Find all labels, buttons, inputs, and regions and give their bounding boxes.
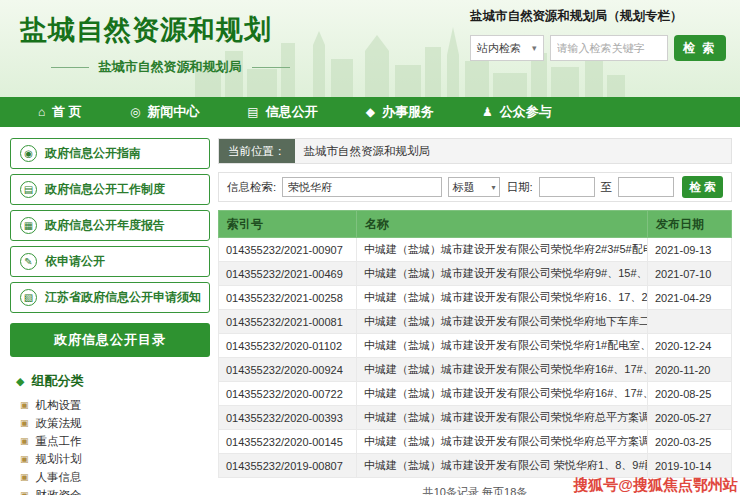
sidebar-button-apply-disclosure[interactable]: ✎ 依申请公开 — [10, 246, 210, 277]
work-system-icon: ▤ — [20, 181, 37, 198]
nav-item-info-disclosure[interactable]: ▤ 信息公开 — [223, 97, 341, 127]
sidebar-item-org-setup[interactable]: ▣ 机构设置 — [20, 396, 210, 414]
chevron-down-icon: ▾ — [532, 43, 537, 53]
sidebar-item-finance-label: 财政资金 — [36, 488, 82, 495]
nav-item-participation[interactable]: ♟ 公众参与 — [458, 97, 576, 127]
subtitle-divider-left — [51, 67, 89, 68]
nav-item-services[interactable]: ◆ 办事服务 — [342, 97, 458, 127]
list-bullet-icon: ▣ — [20, 472, 29, 482]
row-index-number: 014355232/2019-00807 — [219, 454, 357, 478]
page: 盐城自然资源和规划 盐城市自然资源和规划局 盐城市自然资源和规划局（规划专栏） … — [0, 0, 740, 495]
service-icon: ◆ — [366, 105, 375, 119]
nav-label-info: 信息公开 — [266, 103, 318, 121]
filter-bar: 信息检索: 标题 ▾ 日期: 至 检 索 — [218, 172, 732, 202]
row-title-link[interactable]: 中城建（盐城）城市建设开发有限公司荣悦华府2#3#5#配电房、4#... — [357, 238, 648, 262]
nav-label-participation: 公众参与 — [500, 103, 552, 121]
table-header-row: 索引号 名称 发布日期 — [219, 211, 732, 238]
filter-search-button[interactable]: 检 索 — [682, 176, 723, 198]
row-title-link[interactable]: 中城建（盐城）城市建设开发有限公司荣悦华府16#、17#、23#、... — [357, 382, 648, 406]
row-publish-date: 2021-09-13 — [648, 238, 732, 262]
row-title-link[interactable]: 中城建（盐城）城市建设开发有限公司 荣悦华府1、8、9#配电房补发... — [357, 454, 648, 478]
row-publish-date: 2019-10-14 — [648, 454, 732, 478]
table-row[interactable]: 014355232/2021-00469 中城建（盐城）城市建设开发有限公司荣悦… — [219, 262, 732, 286]
diamond-icon: ◆ — [16, 375, 24, 388]
sidebar-item-personnel[interactable]: ▣ 人事信息 — [20, 468, 210, 486]
main-nav: ⌂ 首 页 ◎ 新闻中心 ▤ 信息公开 ◆ 办事服务 ♟ 公众参与 — [0, 97, 740, 127]
col-header-index-number: 索引号 — [219, 211, 357, 238]
table-row[interactable]: 014355232/2020-01102 中城建（盐城）城市建设开发有限公司荣悦… — [219, 334, 732, 358]
filter-field-value: 标题 — [453, 180, 475, 195]
filter-keyword-input[interactable] — [282, 177, 442, 197]
sidebar-button-guide[interactable]: ◉ 政府信息公开指南 — [10, 138, 210, 169]
filter-keyword-label: 信息检索: — [227, 180, 276, 195]
row-title-link[interactable]: 中城建（盐城）城市建设开发有限公司荣悦华府地下车库二期工程A区-2... — [357, 310, 648, 334]
row-publish-date: 2020-05-27 — [648, 406, 732, 430]
sidebar-item-key-work[interactable]: ▣ 重点工作 — [20, 432, 210, 450]
row-index-number: 014355232/2020-00924 — [219, 358, 357, 382]
sidebar-directory-button[interactable]: 政府信息公开目录 — [10, 323, 210, 357]
sidebar: ◉ 政府信息公开指南 ▤ 政府信息公开工作制度 ▦ 政府信息公开年度报告 ✎ 依… — [10, 138, 210, 495]
table-row[interactable]: 014355232/2020-00722 中城建（盐城）城市建设开发有限公司荣悦… — [219, 382, 732, 406]
sidebar-item-planning-label: 规划计划 — [36, 452, 82, 467]
search-scope-select[interactable]: 站内检索 ▾ — [470, 35, 544, 61]
row-title-link[interactable]: 中城建（盐城）城市建设开发有限公司荣悦华府总平方案调整 — [357, 430, 648, 454]
filter-date-from-input[interactable] — [539, 177, 595, 197]
search-scope-label: 站内检索 — [477, 41, 521, 56]
site-search-input[interactable] — [550, 35, 668, 61]
filter-date-to-input[interactable] — [618, 177, 674, 197]
row-index-number: 014355232/2021-00907 — [219, 238, 357, 262]
chevron-down-icon: ▾ — [491, 183, 495, 192]
row-index-number: 014355232/2021-00258 — [219, 286, 357, 310]
row-title-link[interactable]: 中城建（盐城）城市建设开发有限公司荣悦华府16#、17#、23#... — [357, 358, 648, 382]
nav-label-services: 办事服务 — [382, 103, 434, 121]
site-search-bar: 站内检索 ▾ 检 索 — [470, 35, 726, 61]
list-bullet-icon: ▣ — [20, 454, 29, 464]
row-title-link[interactable]: 中城建（盐城）城市建设开发有限公司荣悦华府16、17、23、29、... — [357, 286, 648, 310]
nav-item-news[interactable]: ◎ 新闻中心 — [106, 97, 223, 127]
annual-report-icon: ▦ — [20, 217, 37, 234]
site-header: 盐城自然资源和规划 盐城市自然资源和规划局 盐城市自然资源和规划局（规划专栏） … — [0, 0, 740, 97]
sidebar-item-policy-regulation-label: 政策法规 — [36, 416, 82, 431]
breadcrumb-value[interactable]: 盐城市自然资源和规划局 — [295, 144, 431, 159]
row-title-link[interactable]: 中城建（盐城）城市建设开发有限公司荣悦华府9#、15#、19-20... — [357, 262, 648, 286]
row-index-number: 014355232/2020-00393 — [219, 406, 357, 430]
sidebar-item-planning[interactable]: ▣ 规划计划 — [20, 450, 210, 468]
sidebar-category-title: 组配分类 — [31, 372, 83, 390]
nav-item-home[interactable]: ⌂ 首 页 — [14, 97, 106, 127]
sidebar-button-application-notice[interactable]: ▧ 江苏省政府信息公开申请须知 — [10, 282, 210, 313]
sidebar-item-org-setup-label: 机构设置 — [36, 398, 82, 413]
row-publish-date: 2021-04-29 — [648, 286, 732, 310]
row-publish-date: 2020-11-20 — [648, 358, 732, 382]
table-row[interactable]: 014355232/2021-00907 中城建（盐城）城市建设开发有限公司荣悦… — [219, 238, 732, 262]
filter-field-select[interactable]: 标题 ▾ — [448, 177, 501, 197]
row-title-link[interactable]: 中城建（盐城）城市建设开发有限公司荣悦华府1#配电室、8#配电室... — [357, 334, 648, 358]
row-index-number: 014355232/2020-00722 — [219, 382, 357, 406]
list-bullet-icon: ▣ — [20, 418, 29, 428]
sidebar-button-annual-report[interactable]: ▦ 政府信息公开年度报告 — [10, 210, 210, 241]
sidebar-button-work-system[interactable]: ▤ 政府信息公开工作制度 — [10, 174, 210, 205]
sidebar-item-policy-regulation[interactable]: ▣ 政策法规 — [20, 414, 210, 432]
row-title-link[interactable]: 中城建（盐城）城市建设开发有限公司荣悦华府总平方案调整批后公告 — [357, 406, 648, 430]
nav-label-news: 新闻中心 — [147, 103, 199, 121]
row-index-number: 014355232/2021-00081 — [219, 310, 357, 334]
sohu-watermark: 搜狐号@搜狐焦点鄂州站 — [573, 476, 738, 495]
row-publish-date: 2021-07-10 — [648, 262, 732, 286]
sidebar-category-header[interactable]: ◆ 组配分类 — [10, 365, 210, 396]
site-search-button[interactable]: 检 索 — [674, 35, 726, 61]
row-publish-date: 2020-12-24 — [648, 334, 732, 358]
table-row[interactable]: 014355232/2020-00393 中城建（盐城）城市建设开发有限公司荣悦… — [219, 406, 732, 430]
nav-label-home: 首 页 — [52, 103, 82, 121]
site-subtitle: 盐城市自然资源和规划局 — [99, 58, 242, 76]
table-row[interactable]: 014355232/2019-00807 中城建（盐城）城市建设开发有限公司 荣… — [219, 454, 732, 478]
table-row[interactable]: 014355232/2021-00081 中城建（盐城）城市建设开发有限公司荣悦… — [219, 310, 732, 334]
sidebar-item-finance[interactable]: ▣ 财政资金 — [20, 486, 210, 495]
table-row[interactable]: 014355232/2020-00145 中城建（盐城）城市建设开发有限公司荣悦… — [219, 430, 732, 454]
list-bullet-icon: ▣ — [20, 400, 29, 410]
sidebar-button-apply-disclosure-label: 依申请公开 — [45, 253, 105, 270]
list-bullet-icon: ▣ — [20, 490, 29, 495]
col-header-name: 名称 — [357, 211, 648, 238]
sidebar-button-application-notice-label: 江苏省政府信息公开申请须知 — [45, 289, 201, 306]
table-row[interactable]: 014355232/2021-00258 中城建（盐城）城市建设开发有限公司荣悦… — [219, 286, 732, 310]
table-row[interactable]: 014355232/2020-00924 中城建（盐城）城市建设开发有限公司荣悦… — [219, 358, 732, 382]
subtitle-divider-right — [252, 67, 290, 68]
